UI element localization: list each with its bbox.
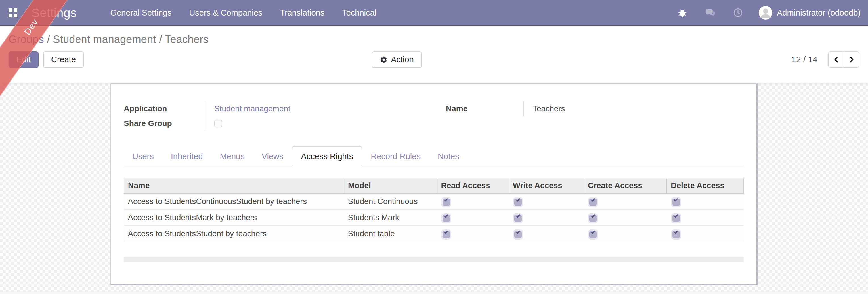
messages-icon[interactable]: [705, 8, 715, 18]
checkbox-write-access[interactable]: [514, 231, 522, 238]
table-row[interactable]: Access to StudentsStudent by teachersStu…: [124, 226, 744, 242]
cell-model[interactable]: Student table: [344, 226, 437, 242]
tab-access-rights[interactable]: Access Rights: [292, 146, 362, 166]
breadcrumb-student-management: Student management: [53, 33, 156, 45]
access-table-header-row: NameModelRead AccessWrite AccessCreate A…: [124, 178, 744, 193]
user-avatar: [759, 6, 772, 20]
tab-inherited[interactable]: Inherited: [162, 148, 212, 166]
checkbox-delete-access[interactable]: [673, 198, 680, 206]
pager-next-button[interactable]: [844, 51, 860, 68]
apps-grid-square: [8, 13, 12, 17]
column-header-name[interactable]: Name: [124, 178, 344, 193]
pager-previous-button[interactable]: [828, 51, 844, 68]
action-button-wrap: Action: [372, 51, 422, 68]
check-mark-icon: [674, 230, 678, 234]
activities-clock-icon[interactable]: [733, 8, 743, 18]
application-link[interactable]: Student management: [214, 104, 290, 113]
field-label-application: Application: [124, 104, 205, 113]
apps-grid-square: [13, 13, 17, 17]
form-sheet: Application Student management Share Gro…: [111, 83, 757, 285]
check-mark-icon: [591, 214, 595, 218]
cell-write-access: [509, 193, 584, 210]
cell-write-access: [509, 210, 584, 226]
check-mark-icon: [674, 214, 678, 218]
cell-name[interactable]: Access to StudentsStudent by teachers: [124, 226, 344, 242]
column-header-read-access[interactable]: Read Access: [437, 178, 509, 193]
menu-item-users-companies[interactable]: Users & Companies: [188, 6, 263, 19]
menu-item-general-settings[interactable]: General Settings: [110, 6, 172, 19]
table-row[interactable]: Access to StudentsContinuousStudent by t…: [124, 193, 744, 210]
field-value-share-group: [205, 116, 446, 131]
cell-write-access: [509, 226, 584, 242]
user-menu[interactable]: Administrator (odoodb): [759, 6, 861, 20]
cell-delete-access: [667, 210, 744, 226]
check-mark-icon: [444, 197, 448, 201]
tab-users[interactable]: Users: [124, 148, 162, 166]
pager-count: 12 / 14: [792, 55, 817, 64]
field-label-share-group: Share Group: [124, 119, 205, 128]
form-group-right: Name Teachers: [446, 101, 744, 131]
field-row-application: Application Student management: [124, 101, 446, 116]
action-button-label: Action: [391, 55, 414, 64]
checkbox-read-access[interactable]: [442, 231, 450, 238]
checkbox-delete-access[interactable]: [673, 215, 680, 222]
form-group-left: Application Student management Share Gro…: [124, 101, 446, 131]
chevron-left-icon: [833, 56, 840, 63]
column-header-delete-access[interactable]: Delete Access: [667, 178, 744, 193]
checkbox-write-access[interactable]: [514, 215, 522, 222]
cell-model[interactable]: Student Continuous: [344, 193, 437, 210]
cell-name[interactable]: Access to StudentsContinuousStudent by t…: [124, 193, 344, 210]
page-bottom-strip: [0, 292, 868, 294]
user-name: Administrator (odoodb): [777, 8, 861, 17]
apps-grid-square: [13, 8, 17, 12]
form-fields: Application Student management Share Gro…: [124, 101, 744, 131]
tab-notes[interactable]: Notes: [429, 148, 468, 166]
checkbox-create-access[interactable]: [589, 198, 597, 206]
create-button[interactable]: Create: [43, 51, 84, 68]
cell-create-access: [584, 193, 667, 210]
debug-bug-icon[interactable]: [677, 8, 687, 18]
pager: 12 / 14: [792, 51, 860, 68]
top-navbar: Settings General SettingsUsers & Compani…: [0, 0, 868, 26]
control-panel-buttons-row: Edit Create Action 12 / 14: [0, 51, 868, 68]
breadcrumb-separator: /: [156, 33, 165, 45]
access-table-body: Access to StudentsContinuousStudent by t…: [124, 193, 744, 242]
checkbox-write-access[interactable]: [514, 198, 522, 206]
dev-ribbon-label: Dev: [22, 17, 40, 37]
field-row-share-group: Share Group: [124, 116, 446, 131]
access-rights-table: NameModelRead AccessWrite AccessCreate A…: [124, 178, 744, 242]
cell-create-access: [584, 226, 667, 242]
tab-record-rules[interactable]: Record Rules: [362, 148, 429, 166]
cell-name[interactable]: Access to StudentsMark by teachers: [124, 210, 344, 226]
breadcrumb-teachers: Teachers: [165, 33, 209, 45]
tab-menus[interactable]: Menus: [212, 148, 253, 166]
column-header-create-access[interactable]: Create Access: [584, 178, 667, 193]
menu-item-technical[interactable]: Technical: [341, 6, 377, 19]
checkbox-create-access[interactable]: [589, 231, 597, 238]
column-header-model[interactable]: Model: [344, 178, 437, 193]
cell-model[interactable]: Students Mark: [344, 210, 437, 226]
notebook-tabs: UsersInheritedMenusViewsAccess RightsRec…: [124, 146, 744, 166]
check-mark-icon: [591, 230, 595, 234]
breadcrumb: Groups / Student management / Teachers: [0, 26, 868, 46]
chevron-right-icon: [848, 56, 855, 63]
check-mark-icon: [444, 214, 448, 218]
tab-views[interactable]: Views: [253, 148, 292, 166]
field-value-application: Student management: [205, 101, 446, 116]
cell-delete-access: [667, 193, 744, 210]
checkbox-read-access[interactable]: [442, 215, 450, 222]
check-mark-icon: [444, 230, 448, 234]
share-group-checkbox[interactable]: [214, 119, 222, 127]
field-value-name: Teachers: [523, 101, 744, 116]
action-button[interactable]: Action: [372, 51, 422, 68]
check-mark-icon: [516, 230, 520, 234]
menu-item-translations[interactable]: Translations: [279, 6, 325, 19]
gear-icon: [379, 56, 388, 64]
table-row[interactable]: Access to StudentsMark by teachersStuden…: [124, 210, 744, 226]
apps-grid-icon[interactable]: [8, 8, 17, 17]
column-header-write-access[interactable]: Write Access: [509, 178, 584, 193]
checkbox-create-access[interactable]: [589, 215, 597, 222]
systray: [677, 8, 743, 18]
checkbox-read-access[interactable]: [442, 198, 450, 206]
checkbox-delete-access[interactable]: [673, 231, 680, 238]
